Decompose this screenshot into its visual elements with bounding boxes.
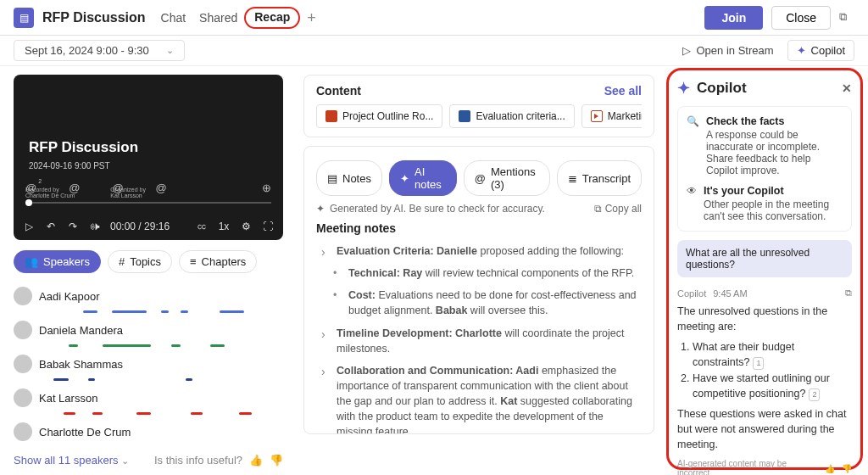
ai-disclaimer: AI-generated content may be incorrect <box>677 459 818 475</box>
citation-badge[interactable]: 2 <box>809 388 820 401</box>
ai-notes-tab[interactable]: ✦AI notes <box>389 160 457 196</box>
fullscreen-icon[interactable]: ⛶ <box>261 221 275 232</box>
avatar <box>14 388 32 407</box>
notes-tab[interactable]: ▤Notes <box>316 160 382 196</box>
thumbs-up-icon[interactable]: 👍 <box>825 464 835 473</box>
rewind-icon[interactable]: ↶ <box>44 221 58 232</box>
content-doc[interactable]: Evaluation criteria... <box>449 104 574 128</box>
app-icon: ▤ <box>14 8 34 28</box>
mentions-tab[interactable]: @Mentions (3) <box>464 160 550 196</box>
stream-icon: ▷ <box>682 44 691 57</box>
show-all-speakers[interactable]: Show all 11 speakers ⌄ <box>14 454 129 467</box>
video-timestamp: 2024-09-16 9:00 PST <box>29 161 110 170</box>
settings-icon[interactable]: ⚙ <box>239 221 253 232</box>
own-heading: It's your Copilot <box>704 185 843 197</box>
subheader: Sept 16, 2024 9:00 - 9:30 ⌄ ▷ Open in St… <box>0 36 868 66</box>
at-icon: @ <box>475 172 486 185</box>
content-card: Content See all Project Outline Ro... Ev… <box>303 75 654 137</box>
copilot-title: Copilot <box>697 80 747 97</box>
mention-icon: @ <box>156 182 167 194</box>
note-icon: ▤ <box>327 172 337 185</box>
tab-recap[interactable]: Recap <box>244 7 300 29</box>
mention-icon: @ <box>69 182 80 194</box>
thumbs-down-icon[interactable]: 👎 <box>270 454 283 467</box>
content-heading: Content <box>316 84 361 98</box>
speaker-row[interactable]: Charlotte De Crum <box>14 422 283 441</box>
user-message: What are all the unresolved questions? <box>677 240 852 277</box>
forward-icon[interactable]: ↷ <box>66 221 80 232</box>
copilot-icon: ✦ <box>677 79 690 98</box>
copy-icon[interactable]: ⧉ <box>845 288 852 299</box>
copy-all-button[interactable]: ⧉Copy all <box>594 203 642 215</box>
list-icon: ≡ <box>190 255 197 268</box>
join-button[interactable]: Join <box>704 6 763 30</box>
content-doc[interactable]: Project Outline Ro... <box>316 104 442 128</box>
search-icon: 🔍 <box>687 115 699 176</box>
speaker-row[interactable]: Kat Larsson <box>14 388 283 407</box>
tab-chat[interactable]: Chat <box>161 11 186 25</box>
open-in-stream[interactable]: ▷ Open in Stream <box>682 44 773 57</box>
mention-icon: @ <box>112 182 123 194</box>
note-item[interactable]: Evaluation Criteria: Danielle proposed a… <box>328 240 642 262</box>
avatar <box>14 287 32 305</box>
tab-shared[interactable]: Shared <box>199 11 237 25</box>
captions-icon[interactable]: ㏄ <box>195 219 209 233</box>
people-icon: 👥 <box>25 255 38 268</box>
video-title: RFP Discussion <box>29 139 138 156</box>
citation-badge[interactable]: 1 <box>753 357 764 370</box>
note-item: Cost: Evaluations need to be done for co… <box>340 284 642 321</box>
copilot-sender: Copilot <box>677 288 706 299</box>
popout-icon[interactable]: ⧉ <box>839 10 854 25</box>
video-controls: ▷ ↶ ↷ 🕪 00:00 / 29:16 ㏄ 1x ⚙ ⛶ <box>22 219 275 233</box>
transcript-tab[interactable]: ≣Transcript <box>557 160 642 196</box>
useful-label: Is this info useful? <box>154 454 242 467</box>
note-item[interactable]: Timeline Development: Charlotte will coo… <box>328 322 642 360</box>
see-all-link[interactable]: See all <box>604 84 642 98</box>
close-icon[interactable]: ✕ <box>842 81 852 95</box>
word-icon <box>459 110 470 122</box>
thumbs-down-icon[interactable]: 👎 <box>842 464 852 473</box>
speaker-row[interactable]: Aadi Kapoor <box>14 287 283 305</box>
thumbs-up-icon[interactable]: 👍 <box>249 454 263 467</box>
facts-body: A response could be inaccurate or incomp… <box>706 129 820 176</box>
own-body: Other people in the meeting can't see th… <box>704 198 829 222</box>
chapters-tab[interactable]: ≡Chapters <box>179 250 257 273</box>
speakers-tab[interactable]: 👥Speakers <box>14 250 101 273</box>
speaker-row[interactable]: Daniela Mandera <box>14 321 283 339</box>
transcript-icon: ≣ <box>568 172 577 185</box>
sparkle-icon: ✦ <box>797 44 806 57</box>
eye-icon: 👁 <box>687 185 697 222</box>
date-text: Sept 16, 2024 9:00 - 9:30 <box>25 44 149 57</box>
note-item[interactable]: Collaboration and Communication: Aadi em… <box>328 360 642 434</box>
left-column: RFP Discussion 2024-09-16 9:00 PST Recor… <box>0 66 295 475</box>
copy-icon: ⧉ <box>594 203 602 215</box>
copilot-toggle[interactable]: ✦ Copilot <box>787 40 854 61</box>
mention-row: @2 @ @ @ ⊕ <box>25 182 271 194</box>
meeting-notes-heading: Meeting notes <box>316 221 642 235</box>
volume-icon[interactable]: 🕪 <box>88 221 102 232</box>
middle-column: Content See all Project Outline Ro... Ev… <box>295 66 666 475</box>
date-picker[interactable]: Sept 16, 2024 9:00 - 9:30 ⌄ <box>14 40 185 61</box>
avatar <box>14 422 32 441</box>
mention-icon: @2 <box>25 182 36 194</box>
video-timeline[interactable] <box>25 202 271 204</box>
note-item: Technical: Ray will review technical com… <box>340 262 642 284</box>
play-icon[interactable]: ▷ <box>22 221 36 232</box>
recording-player[interactable]: RFP Discussion 2024-09-16 9:00 PST Recor… <box>14 75 283 240</box>
close-button[interactable]: Close <box>771 6 831 30</box>
meeting-header: ▤ RFP Discussion Chat Shared Recap + Joi… <box>0 0 868 36</box>
facts-heading: Check the facts <box>706 115 843 127</box>
ai-disclaimer: Generated by AI. Be sure to check for ac… <box>330 203 545 215</box>
topics-tab[interactable]: #Topics <box>108 250 172 273</box>
avatar <box>14 355 32 373</box>
bulb-icon: ✦ <box>400 172 409 185</box>
content-doc[interactable]: Marketing demo f... <box>581 104 642 128</box>
copilot-panel: ✦ Copilot ✕ 🔍 Check the factsA response … <box>666 68 863 470</box>
add-tab-button[interactable]: + <box>307 10 316 25</box>
hash-icon: # <box>119 255 125 268</box>
rate-button[interactable]: 1x <box>217 221 231 232</box>
speaker-row[interactable]: Babak Shammas <box>14 355 283 373</box>
video-time: 00:00 / 29:16 <box>110 221 170 232</box>
copilot-response: The unresolved questions in the meeting … <box>677 304 852 452</box>
add-person-icon: ⊕ <box>262 182 271 194</box>
